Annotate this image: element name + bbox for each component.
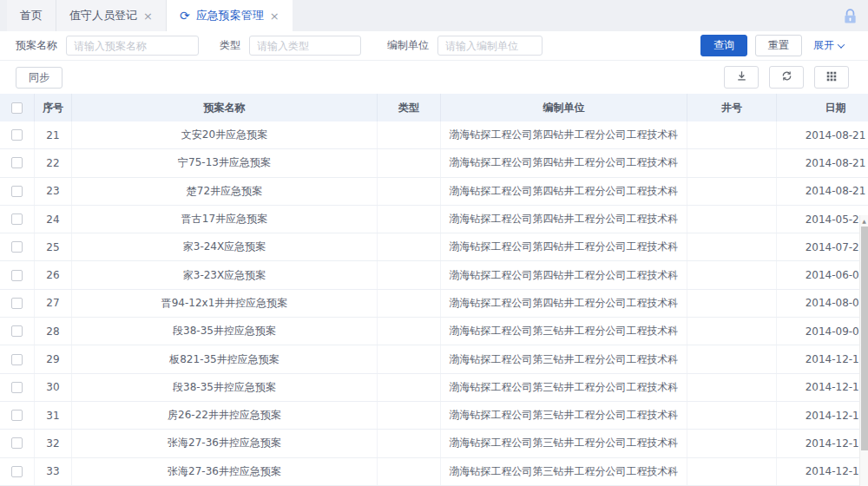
cell-well (687, 178, 777, 205)
close-icon[interactable]: × (270, 10, 279, 22)
row-checkbox[interactable] (11, 270, 23, 281)
cell-unit: 渤海钻探工程公司第四钻井工程分公司工程技术科 (441, 206, 687, 233)
cell-date: 2014-09-03 (777, 318, 868, 345)
expand-link[interactable]: 展开 (813, 38, 844, 53)
row-checkbox-cell (0, 122, 35, 148)
cell-well (687, 233, 777, 260)
sync-button[interactable]: 同步 (16, 67, 62, 89)
cell-well (687, 290, 777, 317)
cell-type (378, 233, 441, 260)
row-checkbox-cell (0, 261, 35, 288)
row-checkbox[interactable] (11, 437, 23, 449)
cell-unit: 渤海钻探工程公司第三钻井工程分公司工程技术科 (441, 345, 687, 372)
cell-plan-name: 张海27-36井控应急预案 (72, 458, 378, 485)
select-all-cell (0, 94, 35, 122)
cell-plan-name: 家3-23X应急预案 (72, 261, 378, 288)
cell-unit: 渤海钻探工程公司第三钻井工程分公司工程技术科 (441, 374, 687, 401)
table-row: 28段38-35井控应急预案渤海钻探工程公司第三钻井工程分公司工程技术科2014… (0, 318, 868, 345)
scrollbar-thumb[interactable] (861, 227, 868, 450)
vertical-scrollbar[interactable]: ▲ (859, 215, 868, 486)
row-checkbox-cell (0, 374, 35, 401)
cell-no: 31 (35, 402, 72, 429)
row-checkbox-cell (0, 318, 35, 345)
row-checkbox-cell (0, 149, 35, 176)
cell-date: 2014-08-01 (777, 290, 868, 317)
table-row: 33张海27-36井控应急预案渤海钻探工程公司第三钻井工程分公司工程技术科201… (0, 458, 868, 486)
tab-home[interactable]: 首页 (7, 0, 56, 31)
table-toolbar: 同步 (0, 61, 868, 94)
cell-type (378, 206, 441, 233)
type-label: 类型 (220, 38, 240, 53)
cell-no: 28 (35, 318, 72, 345)
cell-unit: 渤海钻探工程公司第四钻井工程分公司工程技术科 (441, 122, 687, 148)
row-checkbox[interactable] (11, 354, 23, 365)
cell-plan-name: 文安20井应急预案 (72, 122, 378, 148)
cell-date: 2014-08-21 (777, 122, 868, 148)
lock-icon[interactable] (840, 7, 859, 26)
refresh-button[interactable] (769, 66, 804, 89)
filter-bar: 预案名称 类型 编制单位 查询 重置 展开 (0, 31, 868, 61)
cell-plan-name: 楚72井应急预案 (72, 178, 378, 205)
cell-plan-name: 宁75-13井应急预案 (72, 149, 378, 176)
row-checkbox[interactable] (11, 241, 23, 253)
select-all-checkbox[interactable] (11, 102, 23, 114)
table-container: 序号 预案名称 类型 编制单位 井号 日期 21文安20井应急预案渤海钻探工程公… (0, 94, 868, 486)
row-checkbox[interactable] (11, 213, 23, 225)
row-checkbox[interactable] (11, 129, 23, 141)
column-settings-button[interactable] (814, 66, 849, 89)
cell-date: 2014-12-11 (777, 345, 868, 372)
row-checkbox[interactable] (11, 325, 23, 337)
row-checkbox[interactable] (11, 410, 23, 421)
grid-icon (825, 69, 838, 86)
row-checkbox-cell (0, 206, 35, 233)
reset-button[interactable]: 重置 (755, 35, 802, 56)
row-checkbox[interactable] (11, 157, 23, 168)
unit-label: 编制单位 (387, 38, 429, 53)
cell-plan-name: 段38-35井控应急预案 (72, 374, 378, 401)
row-checkbox[interactable] (11, 298, 23, 309)
cell-type (378, 290, 441, 317)
unit-input[interactable] (437, 36, 542, 56)
row-checkbox[interactable] (11, 466, 23, 477)
cell-type (378, 402, 441, 429)
col-no: 序号 (35, 94, 72, 122)
cell-date: 2014-12-11 (777, 374, 868, 401)
filter-unit: 编制单位 (387, 36, 542, 56)
table-row: 30段38-35井控应急预案渤海钻探工程公司第三钻井工程分公司工程技术科2014… (0, 374, 868, 402)
plans-table: 序号 预案名称 类型 编制单位 井号 日期 21文安20井应急预案渤海钻探工程公… (0, 94, 868, 486)
cell-well (687, 206, 777, 233)
cell-unit: 渤海钻探工程公司第四钻井工程分公司工程技术科 (441, 261, 687, 288)
table-row: 31房26-22井井控应急预案渤海钻探工程公司第三钻井工程分公司工程技术科201… (0, 402, 868, 430)
row-checkbox[interactable] (11, 382, 23, 393)
cell-date: 2014-06-02 (777, 261, 868, 288)
table-row: 23楚72井应急预案渤海钻探工程公司第四钻井工程分公司工程技术科2014-08-… (0, 178, 868, 206)
close-icon[interactable]: × (143, 10, 153, 22)
tab-duty-register[interactable]: 值守人员登记 × (56, 0, 167, 31)
cell-date: 2014-12-11 (777, 402, 868, 429)
row-checkbox-cell (0, 345, 35, 372)
scroll-up-arrow[interactable]: ▲ (860, 215, 868, 226)
table-row: 26家3-23X应急预案渤海钻探工程公司第四钻井工程分公司工程技术科2014-0… (0, 261, 868, 289)
cell-date: 2014-12-16 (777, 430, 868, 456)
table-row: 21文安20井应急预案渤海钻探工程公司第四钻井工程分公司工程技术科2014-08… (0, 122, 868, 149)
plan-name-label: 预案名称 (16, 38, 57, 53)
refresh-icon (780, 69, 793, 86)
cell-well (687, 458, 777, 485)
row-checkbox[interactable] (11, 186, 23, 197)
cell-type (378, 345, 441, 372)
filter-type: 类型 (220, 36, 361, 56)
plan-name-input[interactable] (66, 36, 199, 56)
cell-no: 29 (35, 345, 72, 372)
search-button[interactable]: 查询 (700, 35, 747, 56)
cell-unit: 渤海钻探工程公司第三钻井工程分公司工程技术科 (441, 402, 687, 429)
refresh-tab-icon[interactable]: ⟳ (180, 10, 190, 22)
table-body: 21文安20井应急预案渤海钻探工程公司第四钻井工程分公司工程技术科2014-08… (0, 122, 868, 486)
cell-plan-name: 房26-22井井控应急预案 (72, 402, 378, 429)
type-input[interactable] (249, 36, 361, 56)
cell-type (378, 374, 441, 401)
cell-no: 25 (35, 233, 72, 260)
tab-emergency-plan-active[interactable]: ⟳ 应急预案管理 × (167, 0, 293, 31)
col-well: 井号 (687, 94, 777, 122)
row-checkbox-cell (0, 458, 35, 485)
download-button[interactable] (724, 66, 759, 89)
